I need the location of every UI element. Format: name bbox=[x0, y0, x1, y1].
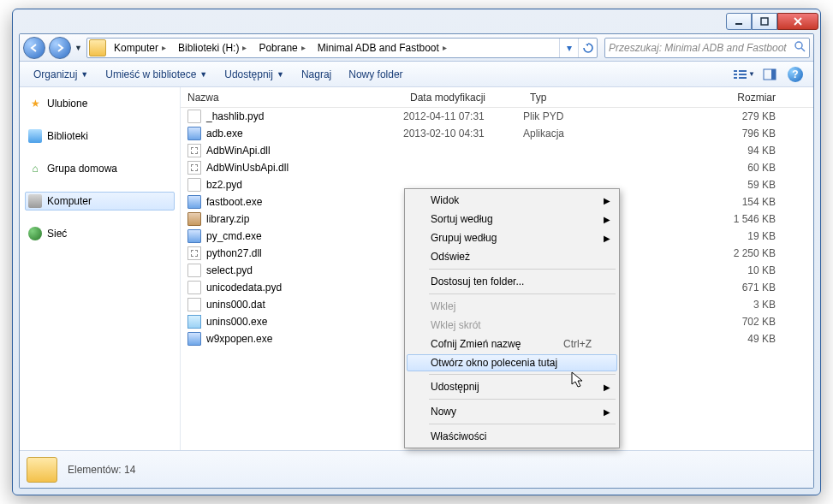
help-button[interactable]: ? bbox=[784, 65, 806, 84]
svg-rect-5 bbox=[734, 77, 737, 79]
file-name: select.pyd bbox=[206, 264, 253, 276]
back-button[interactable] bbox=[23, 37, 45, 59]
file-icon bbox=[187, 281, 201, 294]
file-row[interactable]: AdbWinApi.dll94 KB bbox=[181, 142, 813, 159]
minimize-button[interactable] bbox=[726, 13, 752, 30]
nav-libraries[interactable]: Biblioteki bbox=[25, 127, 175, 145]
nav-favorites[interactable]: ★Ulubione bbox=[25, 94, 175, 113]
file-size: 2 250 KB bbox=[705, 247, 782, 259]
search-icon bbox=[794, 40, 806, 55]
ctx-view[interactable]: Widok▶ bbox=[407, 191, 617, 210]
file-icon bbox=[187, 229, 201, 243]
file-size: 60 KB bbox=[705, 162, 782, 174]
file-icon bbox=[187, 246, 201, 260]
file-row[interactable]: adb.exe2013-02-10 04:31Aplikacja796 KB bbox=[181, 125, 813, 142]
file-name: unicodedata.pyd bbox=[206, 282, 282, 294]
maximize-button[interactable] bbox=[752, 13, 777, 30]
ctx-paste-shortcut: Wklej skrót bbox=[407, 316, 617, 335]
view-mode-button[interactable]: ▼ bbox=[733, 65, 755, 84]
folder-icon bbox=[89, 39, 106, 56]
history-dropdown-icon[interactable]: ▼ bbox=[74, 44, 83, 52]
file-size: 702 KB bbox=[705, 316, 782, 328]
organize-button[interactable]: Organizuj▼ bbox=[27, 65, 95, 84]
mouse-cursor-icon bbox=[571, 371, 585, 388]
burn-button[interactable]: Nagraj bbox=[295, 65, 338, 84]
file-size: 3 KB bbox=[705, 299, 782, 311]
share-button[interactable]: Udostępnij▼ bbox=[217, 65, 291, 84]
file-icon bbox=[187, 178, 201, 192]
file-name: library.zip bbox=[206, 213, 249, 225]
ctx-sort[interactable]: Sortuj według▶ bbox=[407, 210, 617, 228]
ctx-customize[interactable]: Dostosuj ten folder... bbox=[407, 272, 617, 291]
file-date: 2012-04-11 07:31 bbox=[403, 110, 523, 122]
explorer-window: ▼ Komputer▸Biblioteki (H:)▸Pobrane▸Minim… bbox=[12, 9, 821, 495]
file-size: 10 KB bbox=[705, 264, 782, 276]
toolbar: Organizuj▼ Umieść w bibliotece▼ Udostępn… bbox=[20, 62, 813, 87]
include-in-library-button[interactable]: Umieść w bibliotece▼ bbox=[98, 65, 214, 84]
svg-rect-4 bbox=[734, 74, 737, 75]
preview-pane-button[interactable] bbox=[759, 65, 781, 84]
file-date: 2013-02-10 04:31 bbox=[403, 127, 523, 139]
file-name: fastboot.exe bbox=[206, 196, 262, 208]
ctx-refresh[interactable]: Odśwież bbox=[407, 247, 617, 266]
file-size: 94 KB bbox=[705, 145, 782, 157]
file-size: 19 KB bbox=[705, 230, 782, 242]
address-dropdown-icon[interactable]: ▾ bbox=[559, 39, 578, 57]
ctx-new[interactable]: Nowy▶ bbox=[407, 402, 617, 421]
breadcrumb-item[interactable]: Komputer▸ bbox=[108, 39, 172, 57]
file-icon bbox=[187, 315, 201, 329]
file-name: unins000.dat bbox=[206, 299, 265, 311]
ctx-share[interactable]: Udostępnij▶ bbox=[407, 377, 617, 396]
breadcrumb-item[interactable]: Minimal ADB and Fastboot▸ bbox=[312, 39, 453, 57]
file-name: py_cmd.exe bbox=[206, 230, 262, 242]
file-row[interactable]: _hashlib.pyd2012-04-11 07:31Plik PYD279 … bbox=[181, 108, 813, 125]
breadcrumb-item[interactable]: Pobrane▸ bbox=[253, 39, 311, 57]
file-type: Aplikacja bbox=[523, 127, 626, 139]
svg-rect-8 bbox=[739, 77, 747, 79]
submenu-arrow-icon: ▶ bbox=[604, 215, 610, 224]
file-icon bbox=[187, 144, 201, 157]
new-folder-button[interactable]: Nowy folder bbox=[342, 65, 409, 84]
file-icon bbox=[187, 212, 201, 226]
svg-rect-1 bbox=[761, 18, 768, 25]
forward-button[interactable] bbox=[49, 37, 71, 59]
file-size: 59 KB bbox=[705, 179, 782, 191]
col-name[interactable]: Nazwa bbox=[181, 87, 403, 107]
breadcrumb-item[interactable]: Biblioteki (H:)▸ bbox=[172, 39, 253, 57]
file-name: w9xpopen.exe bbox=[206, 333, 272, 345]
search-box[interactable]: Przeszukaj: Minimal ADB and Fastboot bbox=[604, 38, 810, 58]
submenu-arrow-icon: ▶ bbox=[604, 382, 610, 392]
file-name: unins000.exe bbox=[206, 316, 267, 328]
file-icon bbox=[187, 332, 201, 346]
nav-row: ▼ Komputer▸Biblioteki (H:)▸Pobrane▸Minim… bbox=[20, 34, 813, 62]
address-bar[interactable]: Komputer▸Biblioteki (H:)▸Pobrane▸Minimal… bbox=[86, 38, 598, 58]
column-headers: Nazwa Data modyfikacji Typ Rozmiar bbox=[181, 87, 813, 108]
col-size[interactable]: Rozmiar bbox=[705, 87, 782, 107]
file-name: adb.exe bbox=[206, 127, 243, 139]
refresh-button[interactable] bbox=[578, 39, 597, 57]
titlebar bbox=[13, 9, 820, 33]
ctx-open-cmd-here[interactable]: Otwórz okno polecenia tutaj bbox=[407, 354, 617, 371]
file-size: 671 KB bbox=[705, 282, 782, 294]
file-type: Plik PYD bbox=[523, 110, 626, 122]
submenu-arrow-icon: ▶ bbox=[604, 196, 610, 205]
file-name: python27.dll bbox=[206, 247, 262, 259]
svg-point-2 bbox=[795, 42, 802, 49]
status-item-count: Elementów: 14 bbox=[68, 464, 135, 476]
col-type[interactable]: Typ bbox=[523, 87, 626, 107]
ctx-undo[interactable]: Cofnij Zmień nazwęCtrl+Z bbox=[407, 335, 617, 353]
nav-homegroup[interactable]: ⌂Grupa domowa bbox=[25, 159, 175, 178]
file-size: 796 KB bbox=[705, 127, 782, 139]
file-icon bbox=[187, 127, 201, 140]
file-name: bz2.pyd bbox=[206, 179, 242, 191]
network-icon bbox=[28, 227, 42, 240]
nav-computer[interactable]: Komputer bbox=[25, 192, 175, 210]
nav-network[interactable]: Sieć bbox=[25, 224, 175, 243]
close-button[interactable] bbox=[777, 13, 818, 30]
col-date[interactable]: Data modyfikacji bbox=[403, 87, 523, 107]
submenu-arrow-icon: ▶ bbox=[604, 407, 610, 417]
ctx-group[interactable]: Grupuj według▶ bbox=[407, 228, 617, 247]
file-size: 154 KB bbox=[705, 196, 782, 208]
ctx-properties[interactable]: Właściwości bbox=[407, 427, 617, 446]
file-row[interactable]: AdbWinUsbApi.dll60 KB bbox=[181, 159, 813, 176]
